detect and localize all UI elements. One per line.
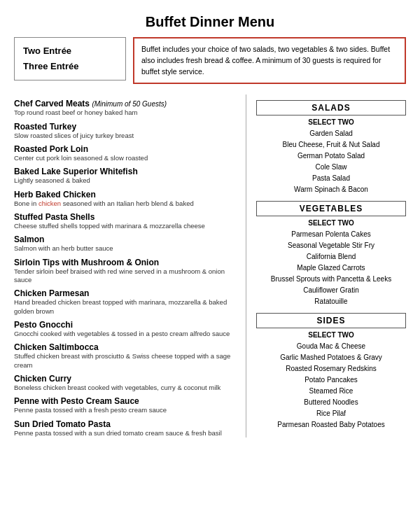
menu-item-title: Penne with Pesto Cream Sauce [14, 396, 239, 406]
vegetables-select-label: SELECT TWO [256, 219, 406, 227]
menu-item-desc: Tender sirloin beef braised with red win… [14, 267, 239, 285]
entree-option-1: Two Entrée [23, 43, 117, 59]
list-item: Gouda Mac & Cheese [256, 341, 406, 352]
list-item: Parmesan Roasted Baby Potatoes [256, 419, 406, 430]
list-item: Garlic Mashed Potatoes & Gravy [256, 352, 406, 363]
menu-item-title: Salmon [14, 234, 239, 244]
menu-item-desc: Lightly seasoned & baked [14, 176, 239, 185]
list-item: Warm Spinach & Bacon [256, 184, 406, 195]
list-item: Maple Glazed Carrots [256, 262, 406, 274]
list-item: Steamed Rice [256, 386, 406, 397]
entree-option-2: Three Entrée [23, 59, 117, 74]
menu-item-desc: Gnocchi cooked with vegetables & tossed … [14, 330, 239, 338]
menu-item-desc: Boneless chicken breast cooked with vege… [14, 384, 239, 392]
menu-item-desc: Cheese stuffed shells topped with marina… [14, 222, 239, 230]
menu-item: Roasted TurkeySlow roasted slices of jui… [14, 122, 239, 140]
sides-select-label: SELECT TWO [256, 331, 406, 339]
list-item: Seasonal Vegetable Stir Fry [256, 240, 406, 251]
left-menu-column: Chef Carved Meats (Minimum of 50 Guests)… [14, 94, 246, 438]
menu-item-title: Chef Carved Meats (Minimum of 50 Guests) [14, 99, 239, 108]
list-item: Rice Pilaf [256, 408, 406, 419]
menu-item-desc: Slow roasted slices of juicy turkey brea… [14, 132, 239, 140]
menu-item-title: Sun Dried Tomato Pasta [14, 419, 239, 429]
menu-item-title: Roasted Turkey [14, 122, 239, 132]
list-item: German Potato Salad [256, 150, 406, 162]
menu-item-desc: Stuffed chicken breast with prosciutto &… [14, 352, 239, 370]
right-column: SALADSSELECT TWOGarden SaladBleu Cheese,… [253, 94, 406, 438]
list-item: Cauliflower Gratin [256, 285, 406, 296]
menu-item-desc: Bone in chicken seasoned with an Italian… [14, 200, 239, 208]
list-item: California Blend [256, 251, 406, 262]
menu-item: Chef Carved Meats (Minimum of 50 Guests)… [14, 99, 239, 117]
vegetables-header: VEGETABLES [256, 201, 406, 216]
salads-header: SALADS [256, 100, 406, 115]
menu-item-title: Herb Baked Chicken [14, 190, 239, 200]
menu-item: Chicken SaltimboccaStuffed chicken breas… [14, 342, 239, 370]
sides-list: Gouda Mac & CheeseGarlic Mashed Potatoes… [256, 341, 406, 430]
vegetables-list: Parmesan Polenta CakesSeasonal Vegetable… [256, 229, 406, 307]
menu-item-desc: Penne pasta tossed with a fresh pesto cr… [14, 406, 239, 414]
list-item: Ratatouille [256, 296, 406, 307]
list-item: Bleu Cheese, Fruit & Nut Salad [256, 139, 406, 150]
menu-item: Penne with Pesto Cream SaucePenne pasta … [14, 396, 239, 414]
list-item: Pasta Salad [256, 173, 406, 184]
menu-item: SalmonSalmon with an herb butter sauce [14, 234, 239, 253]
list-item: Brussel Sprouts with Pancetta & Leeks [256, 274, 406, 285]
salads-section: SALADSSELECT TWOGarden SaladBleu Cheese,… [256, 100, 406, 195]
list-item: Garden Salad [256, 128, 406, 139]
menu-item: Sun Dried Tomato PastaPenne pasta tossed… [14, 419, 239, 438]
page-title: Buffet Dinner Menu [14, 14, 406, 30]
list-item: Roasted Rosemary Redskins [256, 363, 406, 374]
menu-item: Pesto GnocchiGnocchi cooked with vegetab… [14, 320, 239, 338]
buffet-note: Buffet includes your choice of two salad… [133, 37, 406, 84]
menu-item-title: Chicken Saltimbocca [14, 342, 239, 352]
menu-item: Herb Baked ChickenBone in chicken season… [14, 190, 239, 208]
menu-item: Chicken CurryBoneless chicken breast coo… [14, 374, 239, 392]
menu-item: Roasted Pork LoinCenter cut pork loin se… [14, 144, 239, 162]
entree-options-box: Two Entrée Three Entrée [14, 37, 126, 80]
menu-item-desc: Hand breaded chicken breast topped with … [14, 298, 239, 316]
menu-item-desc: Penne pasta tossed with a sun dried toma… [14, 429, 239, 438]
sides-section: SIDESSELECT TWOGouda Mac & CheeseGarlic … [256, 313, 406, 430]
menu-item-desc: Top round roast beef or honey baked ham [14, 108, 239, 117]
menu-item-title: Baked Lake Superior Whitefish [14, 167, 239, 176]
menu-item-title: Stuffed Pasta Shells [14, 212, 239, 222]
menu-item: Sirloin Tips with Mushroom & OnionTender… [14, 258, 239, 285]
menu-item-title: Chicken Curry [14, 374, 239, 384]
menu-item-title: Roasted Pork Loin [14, 144, 239, 154]
list-item: Potato Pancakes [256, 374, 406, 386]
menu-item-desc: Center cut pork loin seasoned & slow roa… [14, 154, 239, 162]
menu-item: Baked Lake Superior WhitefishLightly sea… [14, 167, 239, 185]
menu-item: Stuffed Pasta ShellsCheese stuffed shell… [14, 212, 239, 230]
salads-list: Garden SaladBleu Cheese, Fruit & Nut Sal… [256, 128, 406, 195]
list-item: Buttered Noodles [256, 397, 406, 408]
menu-item-title: Sirloin Tips with Mushroom & Onion [14, 258, 239, 267]
salads-select-label: SELECT TWO [256, 118, 406, 126]
list-item: Cole Slaw [256, 162, 406, 173]
sides-header: SIDES [256, 313, 406, 328]
menu-item-title: Pesto Gnocchi [14, 320, 239, 330]
menu-item-desc: Salmon with an herb butter sauce [14, 244, 239, 253]
vegetables-section: VEGETABLESSELECT TWOParmesan Polenta Cak… [256, 201, 406, 307]
menu-item: Chicken ParmesanHand breaded chicken bre… [14, 288, 239, 316]
list-item: Parmesan Polenta Cakes [256, 229, 406, 240]
menu-item-title: Chicken Parmesan [14, 288, 239, 298]
